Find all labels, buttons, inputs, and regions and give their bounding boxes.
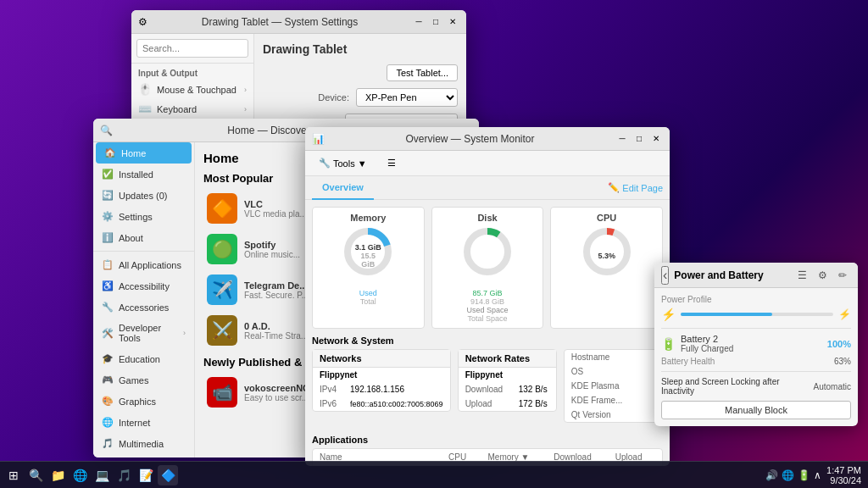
tray-chevron[interactable]: ∧ [814,469,821,481]
taskbar-text-icon[interactable]: 📝 [136,465,156,485]
close-button[interactable]: ✕ [446,15,459,29]
vlc-icon: 🔶 [207,193,237,224]
edit-page-button[interactable]: ✏️ Edit Page [608,182,663,193]
sysmon-close[interactable]: ✕ [649,132,663,146]
games-icon: 🎮 [102,374,114,385]
sidebar-games[interactable]: 🎮Games [93,369,194,391]
discover-icon: 🔍 [100,125,113,136]
memory-used-label: 3.1 GiB 15.5 GiB [353,243,383,269]
network-rates-name-row: Flippynet [459,368,556,382]
edit-label: Edit Page [622,183,663,193]
sidebar-home[interactable]: 🏠Home [96,142,192,164]
sysmon-title: Overview — System Monitor [330,133,610,145]
tools-button[interactable]: 🔧 Tools ▼ [312,156,374,170]
sidebar-graphics[interactable]: 🎨Graphics [93,391,194,412]
devtools-icon: 🛠️ [102,328,114,339]
taskbar-tray: 🔊 🌐 🔋 ∧ [765,469,821,481]
device-select[interactable]: XP-Pen Pen [356,88,458,107]
accessories-icon: 🔧 [102,302,114,313]
sidebar-about[interactable]: ℹ️About [93,227,194,248]
sysmon-controls: ─ □ ✕ [615,132,663,146]
tray-icon-2[interactable]: 🌐 [782,469,794,481]
sidebar-search-input[interactable] [136,39,248,58]
manually-block-button[interactable]: Manually Block [661,401,851,419]
network-rates-name: Flippynet [459,368,556,382]
power-profile-row: ⚡ ⚡ [661,308,851,321]
power-slider-fill [681,313,772,316]
sidebar-settings[interactable]: ⚙️Settings [93,206,194,227]
memory-donut: 3.1 GiB 15.5 GiB [338,226,398,286]
power-slider[interactable] [681,313,833,316]
taskbar-browser-icon[interactable]: 🌐 [70,465,90,485]
os-label: OS [565,364,645,379]
network-rates-section: Network Rates Flippynet Download 132 B/s… [458,349,557,412]
updates-label: Updates (0) [119,191,167,201]
battery-health-label: Battery Health [661,357,829,366]
edit-icon: ✏️ [608,182,620,193]
power-back-button[interactable]: ‹ [661,266,669,285]
tray-icon-3[interactable]: 🔋 [798,469,810,481]
sidebar-item-keyboard[interactable]: ⌨️Keyboard› [131,99,253,119]
sidebar-dev-tools[interactable]: 🛠️Developer Tools› [93,318,194,348]
tray-icon-1[interactable]: 🔊 [765,469,778,481]
minimize-button[interactable]: ─ [412,15,426,29]
home-icon: 🏠 [104,147,116,158]
installed-icon: ✅ [102,169,114,180]
sidebar-multimedia[interactable]: 🎵Multimedia [93,433,194,454]
sidebar-accessibility[interactable]: ♿Accessibility [93,275,194,297]
sidebar-education[interactable]: 🎓Education [93,348,194,369]
hostname-label: Hostname [565,350,645,364]
taskbar-music-icon[interactable]: 🎵 [114,465,134,485]
taskbar-app1-icon[interactable]: 🔷 [158,465,178,485]
tab-overview[interactable]: Overview [312,176,374,200]
hamburger-icon: ☰ [387,158,396,169]
test-tablet-button[interactable]: Test Tablet... [387,64,458,81]
taskbar-search-icon[interactable]: 🔍 [25,465,46,485]
power-title: Power and Battery [674,269,788,281]
hamburger-button[interactable]: ☰ [381,156,403,170]
sidebar-updates[interactable]: 🔄Updates (0) [93,185,194,206]
mouse-icon: 🖱️ [138,83,152,96]
sysmon-tab-bar: Overview ✏️ Edit Page [305,176,670,200]
ipv6-label: IPv6 [313,396,343,411]
network-rates-table: Flippynet Download 132 B/s Upload 172 B/… [459,368,556,411]
network-rates-header: Network Rates [459,350,556,368]
taskbar-datetime[interactable]: 1:47 PM 9/30/24 [826,465,861,485]
power-edit-button[interactable]: ✏ [834,267,851,284]
networks-col: Networks Flippynet IPv4 192.168.1.156 IP… [312,349,451,430]
devtools-label: Developer Tools [119,323,178,343]
power-list-button[interactable]: ☰ [793,267,810,284]
sysmon-minimize[interactable]: ─ [615,132,629,146]
power-divider-2 [661,371,851,372]
sidebar-item-mouse[interactable]: 🖱️Mouse & Touchpad› [131,80,253,99]
sysmon-maximize[interactable]: □ [632,132,646,146]
sidebar-all-apps[interactable]: 📋All Applications [93,254,194,275]
sidebar-accessories[interactable]: 🔧Accessories [93,297,194,318]
power-settings-button[interactable]: ⚙ [814,267,831,284]
battery-percent: 100% [827,339,851,349]
sysmon-body: Memory 3.1 GiB 15.5 GiB Used Total [305,200,670,466]
edu-label: Education [119,354,160,364]
disk-donut [458,226,517,286]
accessories-label: Accessories [119,302,169,313]
network-system-header: Network & System [312,336,663,346]
sidebar-office[interactable]: 📄Office [93,454,194,458]
disk-sub: 85.7 GiB 914.8 GiB [437,289,538,306]
memory-used: 3.1 GiB [353,243,383,252]
cpu-card: CPU 5.3% [550,207,663,329]
home-label: Home [121,148,146,158]
sidebar-installed[interactable]: ✅Installed [93,164,194,185]
download-label: Download [459,382,512,396]
taskbar-terminal-icon[interactable]: 💻 [92,465,112,485]
download-row: Download 132 B/s [459,382,556,396]
taskbar-start-icon[interactable]: ⊞ [3,465,24,485]
taskbar-files-icon[interactable]: 📁 [47,465,68,485]
sleep-value: Automatic [814,382,851,391]
sidebar-internet[interactable]: 🌐Internet [93,412,194,433]
allapps-label: All Applications [119,260,181,270]
network-name-row: Flippynet [313,368,450,382]
installed-label: Installed [119,169,153,180]
maximize-button[interactable]: □ [429,15,442,29]
network-name: Flippynet [313,368,450,382]
input-output-header: Input & Output [131,65,253,80]
